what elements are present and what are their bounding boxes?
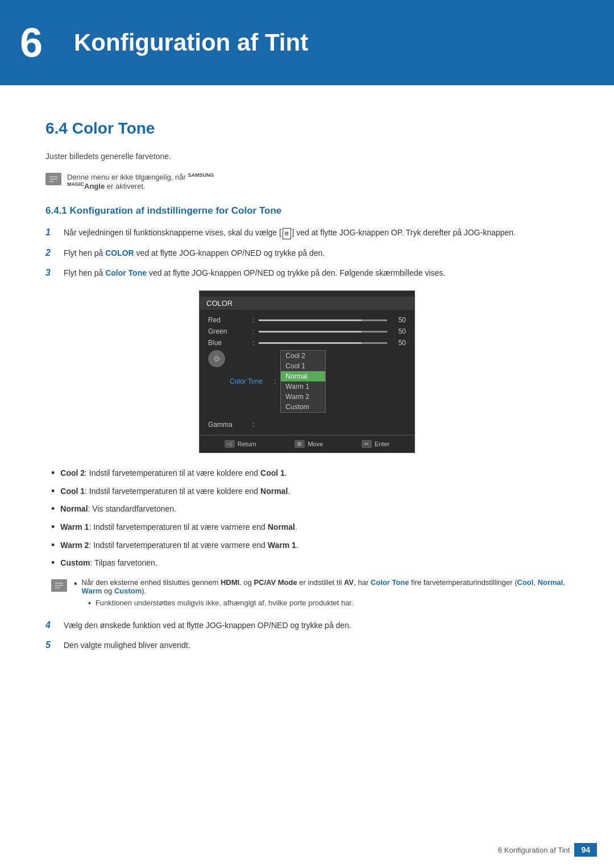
sub-nested-bullets: • Funktionen understøttes muligvis ikke,… <box>88 599 569 608</box>
page: 6 Konfiguration af Tint 6.4 Color Tone J… <box>0 0 614 868</box>
bullet-list: • Cool 2: Indstil farvetemperaturen til … <box>45 467 569 570</box>
nested-note-icon <box>51 579 67 592</box>
dropdown-cool2: Cool 2 <box>281 351 325 361</box>
colortone-label: Color Tone <box>230 377 269 385</box>
step-5: 5 Den valgte mulighed bliver anvendt. <box>45 639 569 651</box>
screen-title: COLOR <box>200 297 414 310</box>
section-title: 6.4 Color Tone <box>45 119 569 138</box>
step-num-1: 1 <box>45 227 56 238</box>
screen-row-colortone: ⚙ Color Tone : Cool 2 Cool 1 Normal <box>200 348 414 417</box>
step-num-5: 5 <box>45 640 56 650</box>
bullet-warm1: • Warm 1: Indstil farvetemperaturen til … <box>45 521 569 534</box>
chapter-number-box: 6 <box>0 17 63 68</box>
step-text-2: Flyt hen på COLOR ved at flytte JOG-knap… <box>64 247 325 259</box>
step-num-3: 3 <box>45 268 56 278</box>
color-settings-icon: ⚙ <box>208 350 225 367</box>
angle-text: Angle <box>84 182 105 191</box>
nested-bullet-text-1: Når den eksterne enhed tilsluttes gennem… <box>82 578 569 595</box>
screen-row-blue: Blue : 50 <box>200 337 414 348</box>
intro-text: Juster billedets generelle farvetone. <box>45 152 569 161</box>
red-value: 50 <box>392 316 406 324</box>
step-text-3: Flyt hen på Color Tone ved at flytte JOG… <box>64 267 445 279</box>
return-btn: ◁ Return <box>225 440 256 448</box>
step-2: 2 Flyt hen på COLOR ved at flytte JOG-kn… <box>45 247 569 259</box>
step-text-4: Vælg den ønskede funktion ved at flytte … <box>64 620 351 632</box>
screen-row-gamma: Gamma : <box>200 419 414 430</box>
screen-row-red: Red : 50 <box>200 314 414 326</box>
dropdown-custom: Custom <box>281 402 325 412</box>
blue-value: 50 <box>392 339 406 347</box>
section-number: 6.4 <box>45 119 68 137</box>
green-label: Green <box>208 327 248 335</box>
return-label: Return <box>238 441 256 447</box>
screen-image: COLOR Red : 50 Green : 50 Blue <box>199 290 415 453</box>
blue-label: Blue <box>208 339 248 347</box>
nested-note-content: • Når den eksterne enhed tilsluttes genn… <box>74 578 569 611</box>
dropdown-normal: Normal <box>281 371 325 381</box>
green-slider <box>259 331 387 333</box>
page-number: 94 <box>574 843 597 857</box>
blue-slider <box>259 342 387 344</box>
main-content: 6.4 Color Tone Juster billedets generell… <box>0 114 614 708</box>
chapter-title: Konfiguration af Tint <box>74 29 308 56</box>
step-num-4: 4 <box>45 620 56 630</box>
dropdown-warm1: Warm 1 <box>281 381 325 392</box>
note-text-1: Denne menu er ikke tilgængelig, når SAMS… <box>67 172 214 191</box>
step-text-5: Den valgte mulighed bliver anvendt. <box>64 639 190 651</box>
page-footer: 6 Konfiguration af Tint 94 <box>0 843 614 857</box>
sub-nested-bullet-text-1: Funktionen understøttes muligvis ikke, a… <box>96 599 354 607</box>
red-label: Red <box>208 316 248 324</box>
note-pencil-icon <box>48 175 59 183</box>
red-slider <box>259 319 387 321</box>
nested-bullet-list: • Når den eksterne enhed tilsluttes genn… <box>74 578 569 608</box>
step-1: 1 Når vejledningen til funktionsknappern… <box>45 227 569 240</box>
move-label: Move <box>308 441 323 447</box>
subsection-title: 6.4.1 Konfiguration af indstillingerne f… <box>45 205 569 217</box>
note-icon-1 <box>45 173 61 185</box>
nested-note: • Når den eksterne enhed tilsluttes genn… <box>45 578 569 611</box>
step-text-1: Når vejledningen til funktionsknapperne … <box>64 227 516 240</box>
steps-list-2: 4 Vælg den ønskede funktion ved at flytt… <box>45 620 569 651</box>
bullet-cool2: • Cool 2: Indstil farvetemperaturen til … <box>45 467 569 480</box>
note-box-1: Denne menu er ikke tilgængelig, når SAMS… <box>45 172 569 191</box>
dropdown-list: Cool 2 Cool 1 Normal Warm 1 Warm 2 Custo… <box>280 350 326 413</box>
dropdown-cool1: Cool 1 <box>281 361 325 371</box>
move-icon: ⊞ <box>294 440 305 448</box>
chapter-header: 6 Konfiguration af Tint <box>0 0 614 85</box>
gamma-label: Gamma <box>208 421 248 429</box>
nested-bullet-1: • Når den eksterne enhed tilsluttes genn… <box>74 578 569 595</box>
footer-section-label: 6 Konfiguration af Tint <box>498 846 570 854</box>
bullet-warm2: • Warm 2: Indstil farvetemperaturen til … <box>45 539 569 552</box>
chapter-number: 6 <box>20 22 43 63</box>
steps-list: 1 Når vejledningen til funktionsknappern… <box>45 227 569 280</box>
sub-nested-bullet-1: • Funktionen understøttes muligvis ikke,… <box>88 599 569 608</box>
nested-note-pencil-icon <box>54 582 64 589</box>
jog-icon: ⊞ <box>283 228 291 240</box>
step-3: 3 Flyt hen på Color Tone ved at flytte J… <box>45 267 569 279</box>
enter-btn: ↵ Enter <box>362 440 389 448</box>
enter-label: Enter <box>375 441 389 447</box>
screen-container: COLOR Red : 50 Green : 50 Blue <box>45 290 569 453</box>
screen-footer: ◁ Return ⊞ Move ↵ Enter <box>200 435 414 452</box>
screen-row-green: Green : 50 <box>200 326 414 337</box>
green-value: 50 <box>392 327 406 335</box>
enter-icon: ↵ <box>362 440 372 448</box>
dropdown-warm2: Warm 2 <box>281 392 325 402</box>
move-btn: ⊞ Move <box>294 440 323 448</box>
bullet-cool1: • Cool 1: Indstil farvetemperaturen til … <box>45 485 569 498</box>
bullet-custom: • Custom: Tilpas farvetonen. <box>45 557 569 570</box>
section-label: Color Tone <box>72 119 155 137</box>
return-icon: ◁ <box>225 440 235 448</box>
bullet-normal: • Normal: Vis standardfarvetonen. <box>45 503 569 516</box>
step-num-2: 2 <box>45 248 56 258</box>
step-4: 4 Vælg den ønskede funktion ved at flytt… <box>45 620 569 632</box>
